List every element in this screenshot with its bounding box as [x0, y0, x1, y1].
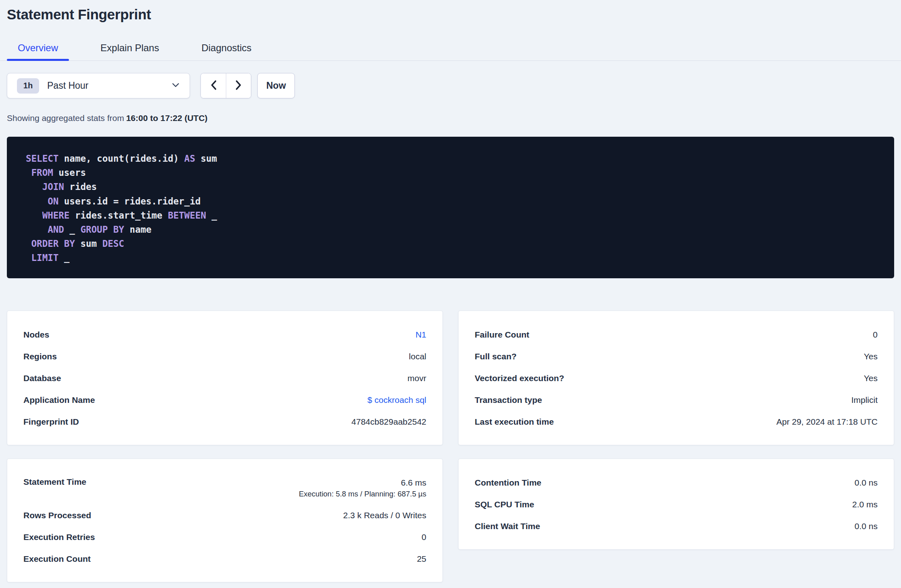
row-label: Vectorized execution?: [475, 373, 564, 383]
row-label: Rows Processed: [23, 511, 91, 520]
tab-overview[interactable]: Overview: [7, 38, 69, 60]
row-value: 2.3 k Reads / 0 Writes: [91, 511, 426, 520]
row-label: Statement Time: [23, 472, 86, 487]
page-title: Statement Fingerprint: [7, 6, 894, 23]
statement-details-card: Nodes N1 Regions local Database movr App…: [7, 311, 443, 445]
chevron-left-icon: [210, 80, 217, 92]
detail-row: Client Wait Time 0.0 ns: [475, 515, 878, 537]
sql-code: SELECT name, count(rides.id) AS sum FROM…: [26, 152, 878, 265]
detail-row: SQL CPU Time 2.0 ms: [475, 494, 878, 515]
row-value: Apr 29, 2024 at 17:18 UTC: [554, 417, 878, 427]
detail-row: Fingerprint ID 4784cb829aab2542: [23, 411, 426, 433]
row-value: 0: [95, 532, 426, 542]
row-label: Execution Count: [23, 554, 91, 564]
row-value: 2.0 ms: [534, 500, 878, 509]
time-range-label: Past Hour: [47, 80, 172, 91]
tab-diagnostics-label: Diagnostics: [201, 42, 251, 53]
detail-row: Transaction type Implicit: [475, 389, 878, 411]
row-value: 4784cb829aab2542: [79, 417, 426, 427]
stats-summary: Showing aggregated stats from16:00 to 17…: [7, 113, 894, 123]
row-value: movr: [61, 373, 426, 383]
chevron-right-icon: [235, 80, 242, 92]
row-label: Fingerprint ID: [23, 417, 79, 427]
row-label: Nodes: [23, 330, 49, 340]
tab-explain-plans[interactable]: Explain Plans: [90, 38, 170, 60]
prev-time-button[interactable]: [201, 73, 226, 98]
row-label: Last execution time: [475, 417, 554, 427]
row-label: Failure Count: [475, 330, 529, 340]
detail-row: Database movr: [23, 367, 426, 389]
execution-attributes-card: Failure Count 0 Full scan? Yes Vectorize…: [458, 311, 894, 445]
tab-diagnostics[interactable]: Diagnostics: [190, 38, 262, 60]
tab-bar: Overview Explain Plans Diagnostics: [0, 38, 901, 61]
execution-stats-card: Statement Time 6.6 ms Execution: 5.8 ms …: [7, 459, 443, 582]
stats-summary-range: 16:00 to 17:22 (UTC): [126, 113, 208, 123]
time-toolbar: 1h Past Hour Now: [7, 73, 894, 98]
row-value: 0: [529, 330, 878, 340]
row-label: SQL CPU Time: [475, 500, 534, 509]
app-name-link[interactable]: $ cockroach sql: [95, 395, 426, 405]
active-tab-inkbar: [7, 59, 69, 61]
detail-row: Nodes N1: [23, 324, 426, 346]
row-value: local: [57, 352, 426, 361]
row-label: Client Wait Time: [475, 521, 540, 531]
row-label: Database: [23, 373, 61, 383]
detail-row: Application Name $ cockroach sql: [23, 389, 426, 411]
cards-grid: Nodes N1 Regions local Database movr App…: [7, 311, 894, 582]
row-label: Execution Retries: [23, 532, 95, 542]
detail-row: Vectorized execution? Yes: [475, 367, 878, 389]
detail-row: Contention Time 0.0 ns: [475, 472, 878, 494]
row-label: Full scan?: [475, 352, 517, 361]
row-value: Yes: [564, 373, 878, 383]
tab-overview-label: Overview: [18, 42, 58, 53]
row-value: 0.0 ns: [541, 478, 878, 488]
detail-row: Regions local: [23, 346, 426, 367]
sql-statement-box: SELECT name, count(rides.id) AS sum FROM…: [7, 137, 894, 278]
chevron-down-icon: [172, 82, 179, 90]
stats-summary-prefix: Showing aggregated stats from: [7, 113, 124, 123]
now-button[interactable]: Now: [257, 73, 295, 98]
detail-row: Execution Count 25: [23, 548, 426, 570]
row-value: Yes: [517, 352, 878, 361]
time-nav-group: [200, 73, 251, 98]
tab-explain-plans-label: Explain Plans: [100, 42, 159, 53]
detail-row: Last execution time Apr 29, 2024 at 17:1…: [475, 411, 878, 433]
time-range-dropdown[interactable]: 1h Past Hour: [7, 73, 190, 98]
row-label: Transaction type: [475, 395, 542, 405]
statement-fingerprint-page: Statement Fingerprint Overview Explain P…: [0, 0, 901, 582]
statement-time-subvalue: Execution: 5.8 ms / Planning: 687.5 µs: [299, 488, 426, 499]
detail-row: Rows Processed 2.3 k Reads / 0 Writes: [23, 505, 426, 526]
row-value: 25: [91, 554, 426, 564]
next-time-button[interactable]: [226, 73, 251, 98]
row-value: 6.6 ms: [401, 477, 426, 488]
row-value: Implicit: [542, 395, 878, 405]
wait-time-card: Contention Time 0.0 ns SQL CPU Time 2.0 …: [458, 459, 894, 550]
detail-row: Statement Time 6.6 ms Execution: 5.8 ms …: [23, 472, 426, 505]
row-label: Contention Time: [475, 478, 541, 488]
row-value: 0.0 ns: [540, 521, 878, 531]
row-label: Regions: [23, 352, 57, 361]
time-range-badge: 1h: [17, 78, 39, 94]
detail-row: Execution Retries 0: [23, 526, 426, 548]
row-label: Application Name: [23, 395, 95, 405]
nodes-link[interactable]: N1: [49, 330, 426, 340]
detail-row: Failure Count 0: [475, 324, 878, 346]
detail-row: Full scan? Yes: [475, 346, 878, 367]
